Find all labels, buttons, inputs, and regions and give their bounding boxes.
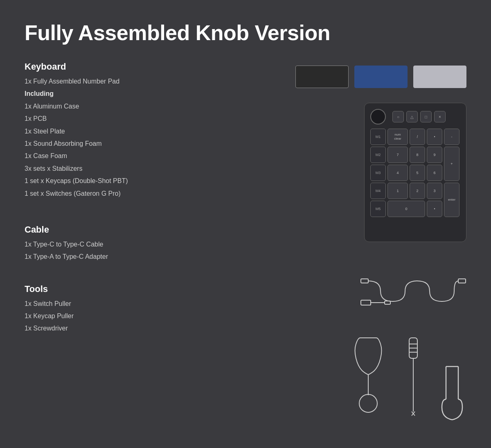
- list-item: 1 set x Switches (Gateron G Pro): [25, 188, 237, 200]
- svg-point-6: [359, 394, 377, 412]
- cable-section: Cable 1x Type-C to Type-C Cable 1x Type-…: [25, 224, 237, 263]
- screwdriver-svg: [401, 334, 426, 424]
- swatch-blue: [354, 66, 408, 88]
- kb-knob: [370, 109, 386, 124]
- list-item: Including: [25, 88, 237, 100]
- keyboard-illustration: ○ △ □ × M1 numclear / • -: [364, 103, 466, 242]
- main-container: Fully Assembled Knob Version Keyboard 1x…: [0, 0, 491, 448]
- kb-key-8: 8: [410, 147, 425, 163]
- keyboard-section-title: Keyboard: [25, 61, 237, 72]
- right-column: ○ △ □ × M1 numclear / • -: [237, 61, 466, 428]
- page-title: Fully Assembled Knob Version: [25, 20, 466, 45]
- kb-key-m3: M3: [370, 165, 386, 181]
- kb-key-numclear: numclear: [387, 129, 408, 145]
- list-item: 1x Sound Absorbing Foam: [25, 138, 237, 150]
- kb-key-9: 9: [427, 147, 442, 163]
- kb-key-7: 7: [387, 147, 408, 163]
- kb-key-grid: M1 numclear / • - M2 7 8 9 + M3 4: [370, 129, 460, 217]
- kb-key-4: 4: [387, 165, 408, 181]
- svg-rect-0: [361, 279, 368, 283]
- list-item: 1x Screwdriver: [25, 322, 237, 335]
- tools-illustration-area: [348, 334, 466, 424]
- tools-section: Tools 1x Switch Puller 1x Keycap Puller …: [25, 284, 237, 335]
- kb-key-plus: +: [444, 147, 459, 181]
- kb-key-dot1: •: [427, 129, 442, 145]
- list-item: 1x Keycap Puller: [25, 310, 237, 322]
- wire-puller-svg: [438, 334, 466, 424]
- swatch-black: [295, 66, 349, 88]
- list-item: 1x Fully Assembled Number Pad: [25, 75, 237, 88]
- swatch-gray: [413, 66, 466, 88]
- color-swatches: [295, 66, 466, 88]
- tools-item-list: 1x Switch Puller 1x Keycap Puller 1x Scr…: [25, 298, 237, 335]
- kb-top-row: ○ △ □ ×: [370, 109, 460, 124]
- cable-illustration-area: [360, 267, 466, 317]
- list-item: 1x Switch Puller: [25, 298, 237, 310]
- left-column: Keyboard 1x Fully Assembled Number Pad I…: [25, 61, 237, 428]
- kb-key-0: 0: [387, 201, 425, 217]
- list-item: 1x Aluminum Case: [25, 100, 237, 113]
- content-area: Keyboard 1x Fully Assembled Number Pad I…: [25, 61, 466, 428]
- kb-icon-triangle: △: [406, 111, 418, 122]
- keyboard-section: Keyboard 1x Fully Assembled Number Pad I…: [25, 61, 237, 200]
- kb-key-2: 2: [410, 183, 425, 199]
- kb-key-6: 6: [427, 165, 442, 181]
- puller-svg: [348, 334, 389, 424]
- tools-section-title: Tools: [25, 284, 237, 294]
- kb-key-minus: -: [444, 129, 459, 145]
- cable-svg: [360, 267, 466, 316]
- svg-rect-1: [458, 279, 466, 283]
- kb-key-1: 1: [387, 183, 408, 199]
- kb-key-m1: M1: [370, 129, 386, 145]
- keyboard-item-list: 1x Fully Assembled Number Pad Including …: [25, 75, 237, 200]
- kb-icon-circle: ○: [392, 111, 404, 122]
- kb-icon-row: ○ △ □ ×: [392, 111, 446, 122]
- list-item: 1 set x Keycaps (Double-Shot PBT): [25, 175, 237, 187]
- kb-key-dot2: •: [427, 201, 442, 217]
- cable-item-list: 1x Type-C to Type-C Cable 1x Type-A to T…: [25, 238, 237, 263]
- kb-key-enter: enter: [444, 183, 459, 217]
- kb-key-m5: M5: [370, 201, 386, 217]
- list-item: 3x sets x Stabilizers: [25, 163, 237, 175]
- svg-rect-2: [361, 300, 371, 305]
- cable-section-title: Cable: [25, 224, 237, 235]
- kb-icon-square: □: [420, 111, 432, 122]
- kb-key-div: /: [410, 129, 425, 145]
- list-item: 1x Type-C to Type-C Cable: [25, 238, 237, 251]
- list-item: 1x Steel Plate: [25, 125, 237, 138]
- keyboard-area: ○ △ □ × M1 numclear / • -: [295, 66, 466, 242]
- kb-key-3: 3: [427, 183, 442, 199]
- kb-icon-x: ×: [434, 111, 446, 122]
- kb-key-5: 5: [410, 165, 425, 181]
- list-item: 1x Case Foam: [25, 150, 237, 162]
- list-item: 1x PCB: [25, 113, 237, 125]
- list-item: 1x Type-A to Type-C Adapter: [25, 251, 237, 263]
- kb-key-m2: M2: [370, 147, 386, 163]
- kb-key-m4: M4: [370, 183, 386, 199]
